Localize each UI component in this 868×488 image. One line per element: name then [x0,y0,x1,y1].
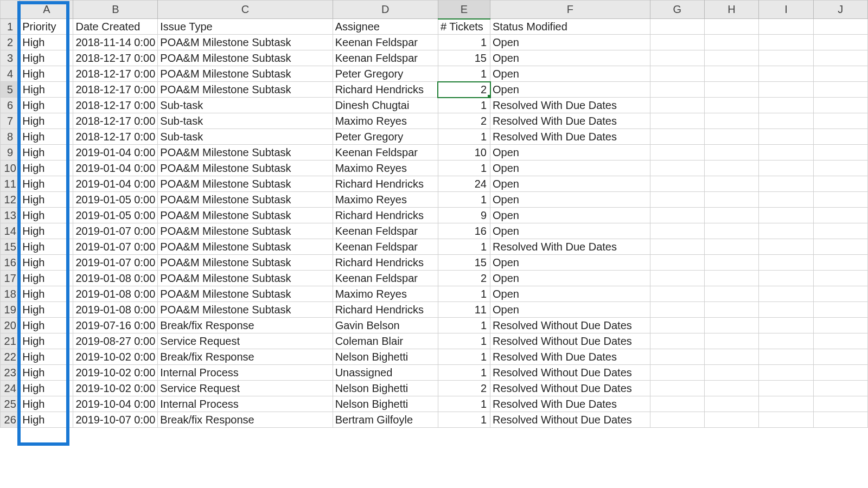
cell-J13[interactable] [813,208,867,223]
cell-H22[interactable] [704,349,758,365]
cell-A24[interactable]: High [20,381,73,396]
cell-I11[interactable] [759,176,813,192]
cell-F14[interactable]: Open [490,223,650,239]
cell-F4[interactable]: Open [490,66,650,82]
cell-G16[interactable] [650,255,704,271]
cell-J15[interactable] [813,239,867,255]
cell-F20[interactable]: Resolved Without Due Dates [490,318,650,333]
cell-C14[interactable]: POA&M Milestone Subtask [158,223,333,239]
row-header-1[interactable]: 1 [1,19,20,35]
cell-G26[interactable] [650,412,704,428]
cell-C19[interactable]: POA&M Milestone Subtask [158,302,333,318]
cell-C9[interactable]: POA&M Milestone Subtask [158,145,333,160]
cell-E14[interactable]: 16 [438,223,490,239]
cell-D20[interactable]: Gavin Belson [333,318,438,333]
cell-E3[interactable]: 15 [438,50,490,66]
row-header-6[interactable]: 6 [1,98,20,113]
cell-J20[interactable] [813,318,867,333]
cell-H15[interactable] [704,239,758,255]
cell-F21[interactable]: Resolved Without Due Dates [490,333,650,349]
cell-I10[interactable] [759,160,813,176]
cell-E8[interactable]: 1 [438,129,490,145]
cell-C17[interactable]: POA&M Milestone Subtask [158,271,333,286]
cell-G11[interactable] [650,176,704,192]
row-header-8[interactable]: 8 [1,129,20,145]
cell-I1[interactable] [759,19,813,35]
cell-I4[interactable] [759,66,813,82]
cell-E16[interactable]: 15 [438,255,490,271]
cell-B4[interactable]: 2018-12-17 0:00 [73,66,158,82]
cell-I16[interactable] [759,255,813,271]
cell-B13[interactable]: 2019-01-05 0:00 [73,208,158,223]
cell-J12[interactable] [813,192,867,208]
cell-A6[interactable]: High [20,98,73,113]
cell-C7[interactable]: Sub-task [158,113,333,129]
cell-J10[interactable] [813,160,867,176]
cell-D14[interactable]: Keenan Feldspar [333,223,438,239]
cell-F11[interactable]: Open [490,176,650,192]
column-header-J[interactable]: J [813,1,867,19]
cell-G14[interactable] [650,223,704,239]
cell-H21[interactable] [704,333,758,349]
cell-A19[interactable]: High [20,302,73,318]
cell-J11[interactable] [813,176,867,192]
cell-H4[interactable] [704,66,758,82]
cell-C6[interactable]: Sub-task [158,98,333,113]
cell-B14[interactable]: 2019-01-07 0:00 [73,223,158,239]
cell-J24[interactable] [813,381,867,396]
cell-C1[interactable]: Issue Type [158,19,333,35]
cell-G2[interactable] [650,35,704,50]
row-header-26[interactable]: 26 [1,412,20,428]
cell-H25[interactable] [704,396,758,412]
cell-G13[interactable] [650,208,704,223]
cell-C23[interactable]: Internal Process [158,365,333,381]
row-header-14[interactable]: 14 [1,223,20,239]
cell-C25[interactable]: Internal Process [158,396,333,412]
cell-F5[interactable]: Open [490,82,650,98]
cell-J6[interactable] [813,98,867,113]
cell-I20[interactable] [759,318,813,333]
row-header-22[interactable]: 22 [1,349,20,365]
cell-A20[interactable]: High [20,318,73,333]
cell-F2[interactable]: Open [490,35,650,50]
cell-H20[interactable] [704,318,758,333]
row-header-7[interactable]: 7 [1,113,20,129]
cell-G8[interactable] [650,129,704,145]
cell-J7[interactable] [813,113,867,129]
cell-A13[interactable]: High [20,208,73,223]
cell-E11[interactable]: 24 [438,176,490,192]
cell-G22[interactable] [650,349,704,365]
cell-B6[interactable]: 2018-12-17 0:00 [73,98,158,113]
cell-H9[interactable] [704,145,758,160]
cell-I15[interactable] [759,239,813,255]
column-header-A[interactable]: A [20,1,73,19]
cell-B11[interactable]: 2019-01-04 0:00 [73,176,158,192]
row-header-21[interactable]: 21 [1,333,20,349]
cell-I22[interactable] [759,349,813,365]
cell-A12[interactable]: High [20,192,73,208]
column-header-H[interactable]: H [704,1,758,19]
cell-B15[interactable]: 2019-01-07 0:00 [73,239,158,255]
cell-G15[interactable] [650,239,704,255]
cell-I3[interactable] [759,50,813,66]
cell-B21[interactable]: 2019-08-27 0:00 [73,333,158,349]
cell-G24[interactable] [650,381,704,396]
cell-G18[interactable] [650,286,704,302]
cell-D21[interactable]: Coleman Blair [333,333,438,349]
cell-E9[interactable]: 10 [438,145,490,160]
row-header-5[interactable]: 5 [1,82,20,98]
cell-H17[interactable] [704,271,758,286]
row-header-24[interactable]: 24 [1,381,20,396]
cell-B3[interactable]: 2018-12-17 0:00 [73,50,158,66]
cell-A26[interactable]: High [20,412,73,428]
cell-D22[interactable]: Nelson Bighetti [333,349,438,365]
cell-C24[interactable]: Service Request [158,381,333,396]
cell-E17[interactable]: 2 [438,271,490,286]
column-header-I[interactable]: I [759,1,813,19]
cell-A15[interactable]: High [20,239,73,255]
row-header-15[interactable]: 15 [1,239,20,255]
cell-D17[interactable]: Keenan Feldspar [333,271,438,286]
cell-H3[interactable] [704,50,758,66]
cell-F3[interactable]: Open [490,50,650,66]
cell-C4[interactable]: POA&M Milestone Subtask [158,66,333,82]
